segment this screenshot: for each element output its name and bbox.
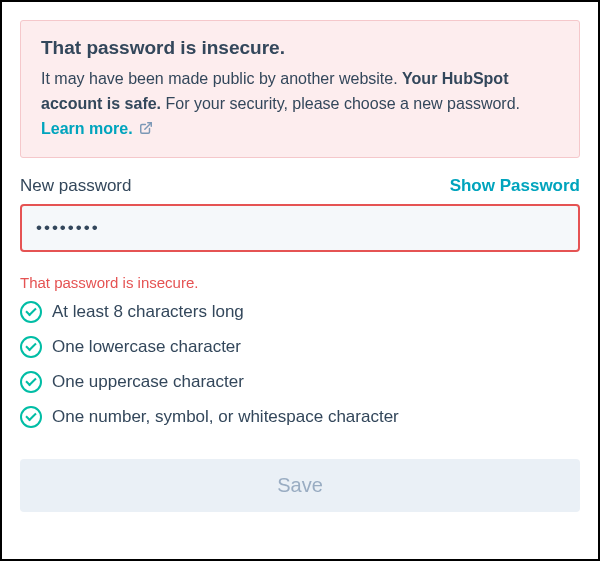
learn-more-link[interactable]: Learn more. [41,120,153,137]
check-circle-icon [20,371,42,393]
list-item: At least 8 characters long [20,301,580,323]
requirement-text: One uppercase character [52,372,244,392]
list-item: One lowercase character [20,336,580,358]
inline-error-text: That password is insecure. [20,274,580,291]
new-password-input[interactable] [20,204,580,252]
new-password-label: New password [20,176,132,196]
show-password-toggle[interactable]: Show Password [450,176,580,196]
password-field-header: New password Show Password [20,176,580,196]
alert-body: It may have been made public by another … [41,67,559,141]
alert-body-post: For your security, please choose a new p… [161,95,520,112]
save-button[interactable]: Save [20,459,580,512]
requirement-text: One lowercase character [52,337,241,357]
check-circle-icon [20,336,42,358]
alert-body-pre: It may have been made public by another … [41,70,402,87]
list-item: One uppercase character [20,371,580,393]
svg-line-0 [145,122,151,128]
insecure-password-alert: That password is insecure. It may have b… [20,20,580,158]
password-requirements-list: At least 8 characters long One lowercase… [20,301,580,428]
list-item: One number, symbol, or whitespace charac… [20,406,580,428]
requirement-text: At least 8 characters long [52,302,244,322]
alert-title: That password is insecure. [41,37,559,59]
requirement-text: One number, symbol, or whitespace charac… [52,407,399,427]
check-circle-icon [20,406,42,428]
learn-more-text: Learn more. [41,120,133,137]
check-circle-icon [20,301,42,323]
external-link-icon [139,121,153,135]
